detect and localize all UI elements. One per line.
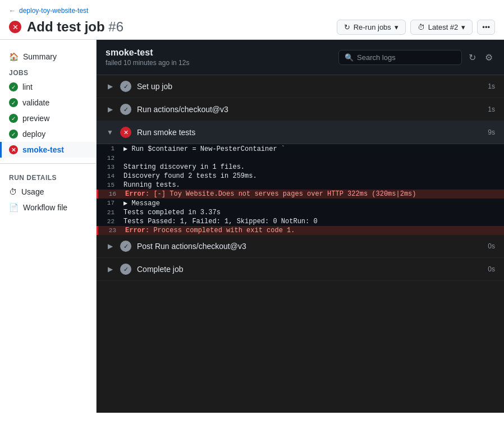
log-line-number: 13 bbox=[97, 163, 123, 170]
home-icon: 🏠 bbox=[9, 52, 19, 61]
step-success-icon: ✓ bbox=[120, 104, 131, 115]
step-post-run-checkout[interactable]: ▶ ✓ Post Run actions/checkout@v3 0s bbox=[97, 235, 504, 258]
usage-label: Usage bbox=[21, 187, 44, 196]
job-title: smoke-test bbox=[106, 48, 189, 58]
status-fail-icon: ✕ bbox=[9, 145, 18, 154]
sidebar-item-deploy[interactable]: ✓ deploy bbox=[0, 126, 96, 142]
step-name: Post Run actions/checkout@v3 bbox=[137, 242, 482, 251]
latest-button[interactable]: ⏱ Latest #2 ▾ bbox=[410, 20, 473, 35]
log-line-text: Error: [-] Toy Website.Does not serves p… bbox=[125, 190, 495, 198]
sidebar: 🏠 Summary Jobs ✓ lint ✓ validate ✓ previ… bbox=[0, 40, 97, 413]
log-line-text: ▶ Message bbox=[123, 199, 495, 207]
refresh-logs-button[interactable]: ↻ bbox=[466, 50, 478, 65]
job-subtitle: failed 10 minutes ago in 12s bbox=[106, 59, 189, 67]
sidebar-item-lint[interactable]: ✓ lint bbox=[0, 79, 96, 95]
log-line-number: 23 bbox=[98, 227, 125, 234]
rerun-icon: ↻ bbox=[344, 23, 350, 31]
log-line[interactable]: 15 Running tests. bbox=[97, 181, 504, 190]
sidebar-item-preview[interactable]: ✓ preview bbox=[0, 110, 96, 126]
sidebar-divider bbox=[0, 163, 96, 164]
log-line[interactable]: 13 Starting discovery in 1 files. bbox=[97, 163, 504, 172]
step-time: 1s bbox=[488, 82, 495, 90]
step-fail-icon: ✕ bbox=[120, 127, 131, 138]
rerun-dropdown-icon: ▾ bbox=[395, 23, 398, 31]
log-line-text: Running tests. bbox=[123, 181, 495, 189]
step-name: Run actions/checkout@v3 bbox=[137, 105, 482, 114]
log-line[interactable]: 14 Discovery found 2 tests in 259ms. bbox=[97, 172, 504, 181]
jobs-section-label: Jobs bbox=[0, 64, 96, 79]
sidebar-summary-label: Summary bbox=[23, 52, 57, 61]
step-time: 0s bbox=[488, 242, 495, 250]
job-preview-label: preview bbox=[22, 114, 49, 123]
chevron-right-icon: ▶ bbox=[106, 82, 114, 90]
log-line-text: Discovery found 2 tests in 259ms. bbox=[123, 172, 495, 180]
log-line[interactable]: 17 ▶ Message bbox=[97, 199, 504, 208]
search-logs-input[interactable] bbox=[357, 53, 456, 62]
log-line-number: 22 bbox=[97, 218, 123, 225]
more-options-button[interactable]: ••• bbox=[477, 20, 495, 35]
step-time: 1s bbox=[488, 105, 495, 113]
sidebar-item-usage[interactable]: ⏱ Usage bbox=[0, 184, 96, 200]
page-fail-icon: ✕ bbox=[9, 21, 21, 33]
status-success-icon: ✓ bbox=[9, 82, 18, 91]
main-content: smoke-test failed 10 minutes ago in 12s … bbox=[97, 40, 504, 413]
sidebar-item-smoke-test[interactable]: ✕ smoke-test bbox=[0, 142, 96, 158]
job-header: smoke-test failed 10 minutes ago in 12s … bbox=[97, 40, 504, 75]
rerun-jobs-button[interactable]: ↻ Re-run jobs ▾ bbox=[337, 20, 406, 35]
log-area: 1 ▶ Run $container = New-PesterContainer… bbox=[97, 144, 504, 235]
job-search-area: 🔍 ↻ ⚙ bbox=[338, 50, 495, 65]
log-line[interactable]: 1 ▶ Run $container = New-PesterContainer… bbox=[97, 144, 504, 154]
step-run-checkout[interactable]: ▶ ✓ Run actions/checkout@v3 1s bbox=[97, 98, 504, 121]
error-keyword: Error: bbox=[125, 227, 149, 234]
status-success-icon: ✓ bbox=[9, 98, 18, 107]
log-line-text: Starting discovery in 1 files. bbox=[123, 163, 495, 171]
step-name: Run smoke tests bbox=[137, 128, 482, 137]
log-line-number: 1 bbox=[97, 145, 123, 152]
chevron-down-icon: ▼ bbox=[106, 128, 114, 136]
sidebar-item-validate[interactable]: ✓ validate bbox=[0, 95, 96, 110]
step-time: 0s bbox=[488, 265, 495, 273]
error-keyword: Error: bbox=[125, 190, 149, 198]
step-complete-job[interactable]: ▶ ✓ Complete job 0s bbox=[97, 258, 504, 281]
log-line[interactable]: 21 Tests completed in 3.37s bbox=[97, 208, 504, 217]
more-icon: ••• bbox=[482, 23, 490, 31]
log-line[interactable]: 12 bbox=[97, 154, 504, 163]
log-line-number: 17 bbox=[97, 199, 123, 206]
log-line-text: ▶ Run $container = New-PesterContainer ` bbox=[123, 145, 495, 153]
log-line-text: Tests Passed: 1, Failed: 1, Skipped: 0 N… bbox=[123, 218, 495, 225]
back-arrow-icon: ← bbox=[9, 7, 16, 15]
breadcrumb: ← deploy-toy-website-test bbox=[9, 7, 495, 15]
chevron-right-icon: ▶ bbox=[106, 265, 114, 273]
job-validate-label: validate bbox=[22, 98, 49, 107]
log-line-error[interactable]: 16 Error: [-] Toy Website.Does not serve… bbox=[97, 190, 504, 199]
step-time: 9s bbox=[488, 128, 495, 136]
step-name: Set up job bbox=[137, 82, 482, 91]
breadcrumb-link[interactable]: deploy-toy-website-test bbox=[19, 7, 88, 15]
chevron-right-icon: ▶ bbox=[106, 242, 114, 250]
log-line-text: Error: Process completed with exit code … bbox=[125, 227, 495, 234]
latest-dropdown-icon: ▾ bbox=[461, 23, 465, 31]
log-line-number: 15 bbox=[97, 181, 123, 188]
step-set-up-job[interactable]: ▶ ✓ Set up job 1s bbox=[97, 75, 504, 98]
job-lint-label: lint bbox=[22, 82, 33, 91]
log-line-text: Tests completed in 3.37s bbox=[123, 209, 495, 216]
log-line-number: 21 bbox=[97, 209, 123, 216]
job-deploy-label: deploy bbox=[22, 130, 45, 139]
step-success-icon: ✓ bbox=[120, 241, 131, 252]
step-run-smoke-tests[interactable]: ▼ ✕ Run smoke tests 9s bbox=[97, 121, 504, 144]
status-success-icon: ✓ bbox=[9, 114, 18, 123]
sidebar-item-workflow-file[interactable]: 📄 Workflow file bbox=[0, 200, 96, 215]
sidebar-item-summary[interactable]: 🏠 Summary bbox=[0, 49, 96, 64]
clock-icon: ⏱ bbox=[418, 23, 425, 31]
search-logs-input-wrap[interactable]: 🔍 bbox=[338, 50, 462, 65]
log-line-number: 14 bbox=[97, 172, 123, 179]
page-title: Add test job #6 bbox=[27, 19, 123, 35]
step-success-icon: ✓ bbox=[120, 264, 131, 275]
search-icon: 🔍 bbox=[345, 53, 354, 62]
log-line-error[interactable]: 23 Error: Process completed with exit co… bbox=[97, 226, 504, 235]
log-line-text bbox=[123, 154, 495, 162]
settings-button[interactable]: ⚙ bbox=[483, 50, 495, 65]
log-line[interactable]: 22 Tests Passed: 1, Failed: 1, Skipped: … bbox=[97, 217, 504, 226]
run-details-section-label: Run details bbox=[0, 169, 96, 184]
file-icon: 📄 bbox=[9, 203, 19, 212]
